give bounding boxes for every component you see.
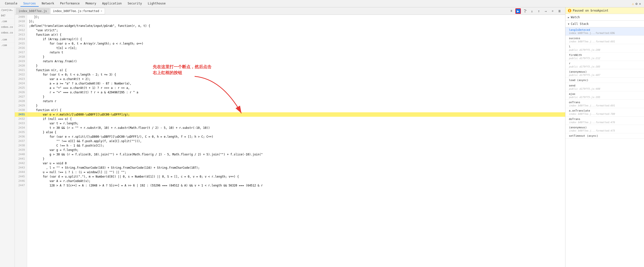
call-stack-item-11[interactable]: doTransindex_b08f7ee.j...formatted:476 xyxy=(566,116,644,125)
line-number-2432[interactable]: 2432 xyxy=(15,117,27,121)
nav-tab-sources[interactable]: Sources xyxy=(20,1,39,7)
line-number-2445[interactable]: 2445 xyxy=(15,174,27,179)
code-content[interactable]: });});;define("translation:widget/transl… xyxy=(27,15,565,267)
step-button[interactable]: → xyxy=(543,8,548,14)
breakpoint-icon: ℹ xyxy=(568,9,571,12)
code-line-2437: "" !== e[C] && f.push.apply(f, a(e[C].sp… xyxy=(27,139,565,143)
nav-tab-console[interactable]: Console xyxy=(2,1,20,7)
step-over-button[interactable] xyxy=(522,8,528,14)
line-number-2442[interactable]: 2442 xyxy=(15,161,27,166)
line-number-2413[interactable]: 2413 xyxy=(15,32,27,37)
line-number-2425[interactable]: 2425 xyxy=(15,86,27,90)
nav-tab-performance[interactable]: Performance xyxy=(57,1,82,7)
line-number-2436[interactable]: 2436 xyxy=(15,134,27,139)
code-line-2422: for (var t = 0; t < o.length - 2; t += 3… xyxy=(27,72,565,77)
line-number-2411[interactable]: 2411 xyxy=(15,24,27,28)
line-number-2444[interactable]: 2444 xyxy=(15,170,27,174)
deactivate-breakpoints-button[interactable]: ⊘ xyxy=(550,8,555,14)
line-number-2410[interactable]: 2410 xyxy=(15,19,27,24)
call-stack-item-9[interactable]: onTransindex_b08f7ee.j...formatted:691 xyxy=(566,100,644,108)
code-line-2447: 128 > A ? S[c++] = A : (2048 > A ? S[c++… xyxy=(27,183,565,188)
line-number-2447[interactable]: 2447 xyxy=(15,183,27,188)
call-stack-item-4[interactable]: rpublic_d179ff5.js:385 xyxy=(566,61,644,69)
line-number-2420[interactable]: 2420 xyxy=(15,64,27,68)
call-stack-item-13[interactable]: setTimeout (async) xyxy=(566,133,644,139)
tab-close-button[interactable]: ✕ xyxy=(100,9,102,12)
warning-icon: ⚠ xyxy=(632,2,634,6)
line-number-2428[interactable]: 2428 xyxy=(15,99,27,104)
step-out-button[interactable]: ↑ xyxy=(536,8,542,14)
call-stack-loc-11: index_b08f7ee.j...formatted:476 xyxy=(569,121,642,124)
code-line-2425: a = "+" === o.charAt(t + 1) ? r >>> a : … xyxy=(27,86,565,90)
code-line-2441: } xyxy=(27,157,565,161)
pause-on-exceptions-button[interactable]: ⏸ xyxy=(557,8,562,14)
line-number-2426[interactable]: 2426 xyxy=(15,90,27,94)
code-line-2431: var o = r.match(/[\uD800-\uDBFF][\uDC00-… xyxy=(27,112,565,117)
code-line-2418: } xyxy=(27,55,565,59)
close-icon[interactable]: ✕ xyxy=(639,2,641,6)
line-number-2412[interactable]: 2412 xyxy=(15,28,27,32)
call-stack-item-8[interactable]: ajaxpublic_d179ff5.js:395 xyxy=(566,92,644,100)
call-stack-item-7[interactable]: sendpublic_d179ff5.js:408 xyxy=(566,83,644,92)
call-stack-section-header[interactable]: ▼ Call Stack xyxy=(566,21,644,27)
nav-tab-application[interactable]: Application xyxy=(99,1,125,7)
line-number-2423[interactable]: 2423 xyxy=(15,77,27,81)
nav-tab-lighthouse[interactable]: Lighthouse xyxy=(145,1,168,7)
sidebar-item-2: .com xyxy=(0,19,14,24)
line-number-2441[interactable]: 2441 xyxy=(15,157,27,161)
sidebar-item-0: /yunjiasu-c xyxy=(0,8,14,13)
breakpoint-bar: ℹ Paused on breakpoint xyxy=(566,8,644,14)
line-number-2409[interactable]: 2409 xyxy=(15,15,27,19)
resume-button[interactable]: ▶ xyxy=(516,8,521,14)
line-number-2424[interactable]: 2424 xyxy=(15,81,27,86)
line-number-2427[interactable]: 2427 xyxy=(15,94,27,99)
line-number-2415[interactable]: 2415 xyxy=(15,42,27,46)
pause-scripts-icon[interactable]: ⏸ xyxy=(508,8,514,14)
step-into-button[interactable]: ↓ xyxy=(529,8,534,14)
code-line-2444: u = null !== i ? i : (i = window[l] || "… xyxy=(27,170,565,174)
call-stack-fn-5: (anonymous) xyxy=(569,70,642,74)
line-number-2446[interactable]: 2446 xyxy=(15,179,27,183)
call-stack-item-12[interactable]: (anonymous)index_b08f7ee.j...formatted:4… xyxy=(566,125,644,133)
line-number-2438[interactable]: 2438 xyxy=(15,143,27,148)
line-number-2439[interactable]: 2439 xyxy=(15,148,27,152)
call-stack-item-3[interactable]: fireWithpublic_d179ff5.js:212 xyxy=(566,52,644,61)
call-stack-fn-2: l xyxy=(569,45,642,48)
call-stack-item-2[interactable]: lpublic_d179ff5.js:208 xyxy=(566,44,644,52)
line-number-2440[interactable]: 2440 xyxy=(15,152,27,157)
code-line-2432: if (null === o) { xyxy=(27,117,565,121)
line-number-2435[interactable]: 2435 xyxy=(15,130,27,134)
line-number-2422[interactable]: 2422 xyxy=(15,72,27,77)
line-number-2431[interactable]: 2431 xyxy=(15,112,27,117)
line-number-2418[interactable]: 2418 xyxy=(15,55,27,59)
line-number-2416[interactable]: 2416 xyxy=(15,46,27,50)
watch-section-header[interactable]: ▶ Watch xyxy=(566,14,644,21)
tab-index-b08f7ee-formatted[interactable]: index_b08f7ee.js:formatted ✕ xyxy=(50,8,105,14)
line-number-2434[interactable]: 2434 xyxy=(15,126,27,130)
call-stack-item-10[interactable]: a.onTranslateindex_b08f7ee.j...formatted… xyxy=(566,108,644,116)
line-number-2443[interactable]: 2443 xyxy=(15,166,27,170)
line-number-2417[interactable]: 2417 xyxy=(15,50,27,55)
line-number-2421[interactable]: 2421 xyxy=(15,68,27,72)
line-number-2437[interactable]: 2437 xyxy=(15,139,27,143)
code-line-2411: ;define("translation:widget/translate/in… xyxy=(27,24,565,28)
line-number-2433[interactable]: 2433 xyxy=(15,121,27,126)
line-number-2419[interactable]: 2419 xyxy=(15,59,27,64)
call-stack-item-6[interactable]: load (async) xyxy=(566,78,644,83)
call-stack-fn-7: send xyxy=(569,84,642,87)
line-number-2429[interactable]: 2429 xyxy=(15,104,27,108)
tab-label-0: index_b08f7ee.js xyxy=(18,9,47,13)
tab-label-1: index_b08f7ee.js:formatted xyxy=(53,9,99,13)
line-number-2414[interactable]: 2414 xyxy=(15,37,27,42)
tab-index-b08f7ee[interactable]: index_b08f7ee.js xyxy=(16,8,50,14)
call-stack-item-0[interactable]: langIsDetecedindex_b08f7ee.j...formatted… xyxy=(566,27,644,36)
code-wrapper: 2409241024112412241324142415241624172418… xyxy=(15,15,565,267)
call-stack-loc-10: index_b08f7ee.j...formatted:700 xyxy=(569,112,642,115)
nav-tab-network[interactable]: Network xyxy=(39,1,57,7)
line-number-2430[interactable]: 2430 xyxy=(15,108,27,112)
settings-icon[interactable]: ⚙ xyxy=(636,2,637,6)
nav-tab-memory[interactable]: Memory xyxy=(82,1,99,7)
call-stack-item-5[interactable]: (anonymous)public_d179ff5.js:407 xyxy=(566,69,644,78)
call-stack-item-1[interactable]: successindex_b08f7ee.j...formatted:691 xyxy=(566,36,644,44)
nav-tab-security[interactable]: Security xyxy=(125,1,145,7)
